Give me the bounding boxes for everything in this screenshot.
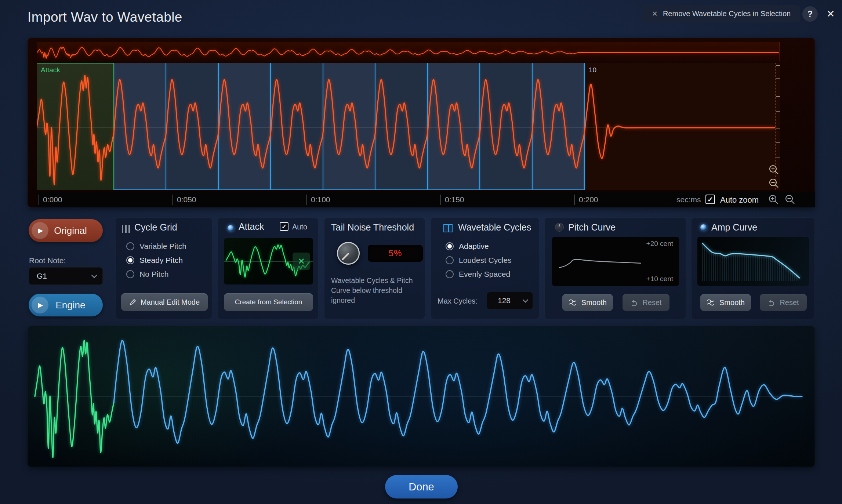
threshold-value-display[interactable]: 5% <box>368 245 423 262</box>
wavetable-preview-panel <box>28 326 815 467</box>
radio-variable-pitch[interactable]: Variable Pitch <box>126 242 186 251</box>
play-icon: ▶ <box>32 222 48 239</box>
attack-panel: Attack ✓ Auto ✕ Create from Selection <box>218 217 319 319</box>
pitch-reset-button[interactable]: Reset <box>623 294 669 311</box>
remove-icon: ✕ <box>652 10 658 18</box>
time-units-label: sec:ms <box>676 195 701 204</box>
cycle-grid-panel: Cycle Grid Variable Pitch Steady Pitch N… <box>116 217 212 319</box>
overview-waveform <box>37 42 780 61</box>
smooth-icon <box>569 298 577 307</box>
radio-steady-pitch[interactable]: Steady Pitch <box>126 256 183 265</box>
time-label: 0:200 <box>579 195 598 204</box>
chevron-down-icon <box>523 297 529 302</box>
pitch-curve-panel: Pitch Curve +20 cent +10 cent Smooth Res… <box>544 217 686 319</box>
horizontal-zoom-out-icon[interactable] <box>784 194 796 206</box>
radio-icon <box>126 242 134 250</box>
wavetable-cycles-icon <box>443 224 453 232</box>
cycle-grid-icon <box>122 225 130 233</box>
time-label: 0:150 <box>445 195 464 204</box>
scale-tick <box>776 111 780 112</box>
attack-title: Attack <box>239 221 264 232</box>
root-note-label: Root Note: <box>29 256 66 265</box>
tail-noise-title: Tail Noise Threshold <box>331 222 414 233</box>
engine-label: Engine <box>48 300 92 311</box>
waveform-overview[interactable] <box>37 42 780 61</box>
max-cycles-select[interactable]: 128 <box>487 292 533 309</box>
original-label: Original <box>48 225 92 236</box>
auto-zoom-checkbox[interactable]: ✓ <box>705 195 715 204</box>
amp-curve-line <box>697 237 809 286</box>
amp-reset-button[interactable]: Reset <box>760 294 807 311</box>
wavetable-cycles-panel: Wavetable Cycles Adaptive Loudest Cycles… <box>431 217 539 319</box>
amp-enable-led[interactable] <box>700 224 707 231</box>
radio-icon <box>446 270 454 278</box>
auto-zoom-label: Auto zoom <box>720 195 759 205</box>
time-label: 0:100 <box>311 195 330 204</box>
time-label: 0:050 <box>177 195 196 204</box>
close-icon[interactable]: ✕ <box>824 8 837 19</box>
scale-tick <box>776 157 780 157</box>
import-wav-dialog: Import Wav to Wavetable ✕ Remove Wavetab… <box>0 0 842 504</box>
waveform-main-view[interactable]: Attack 10 2612∞12 <box>37 63 780 190</box>
remove-attack-icon[interactable]: ✕ <box>293 253 310 270</box>
remove-cycles-button[interactable]: ✕ Remove Wavetable Cycles in Selection <box>642 5 800 22</box>
time-ruler: 0:0000:0500:1000:1500:200 sec:ms ✓ Auto … <box>37 192 815 207</box>
radio-adaptive[interactable]: Adaptive <box>446 242 489 251</box>
scale-tick <box>776 96 780 97</box>
amp-curve-display[interactable] <box>697 237 809 286</box>
chevron-down-icon <box>91 272 97 278</box>
undo-icon <box>630 299 638 306</box>
max-cycles-value: 128 <box>498 296 511 305</box>
main-waveform <box>37 63 780 190</box>
remove-cycles-label: Remove Wavetable Cycles in Selection <box>663 10 791 18</box>
ruler-tick <box>574 195 575 205</box>
pitch-curve-display[interactable]: +20 cent +10 cent <box>552 237 679 286</box>
tail-noise-panel: Tail Noise Threshold 5% Wavetable Cycles… <box>324 217 425 319</box>
amp-curve-panel: Amp Curve Smooth Reset <box>691 217 815 319</box>
smooth-icon <box>707 298 715 307</box>
wavetable-cycles-title: Wavetable Cycles <box>458 222 531 233</box>
pencil-icon <box>129 298 137 306</box>
help-button[interactable]: ? <box>802 6 818 22</box>
ruler-tick <box>39 195 39 205</box>
radio-icon <box>126 270 134 278</box>
attack-auto-checkbox[interactable]: ✓ <box>280 222 288 231</box>
attack-waveform-thumbnail[interactable]: ✕ <box>224 238 313 284</box>
pitch-smooth-button[interactable]: Smooth <box>562 294 613 311</box>
attack-auto-label: Auto <box>292 223 307 231</box>
scale-tick <box>776 128 780 128</box>
play-engine-button[interactable]: ▶ Engine <box>29 294 103 316</box>
play-original-button[interactable]: ▶ Original <box>29 219 103 242</box>
scale-tick <box>776 78 780 79</box>
radio-no-pitch[interactable]: No Pitch <box>126 270 168 279</box>
radio-icon <box>126 256 134 264</box>
scale-tick <box>776 65 780 66</box>
radio-evenly-spaced[interactable]: Evenly Spaced <box>446 270 510 279</box>
undo-icon <box>767 299 776 306</box>
horizontal-zoom-in-icon[interactable] <box>768 194 780 206</box>
page-title: Import Wav to Wavetable <box>28 10 182 25</box>
amp-curve-title: Amp Curve <box>711 222 757 233</box>
pitch-curve-title: Pitch Curve <box>568 222 616 233</box>
cycle-grid-title: Cycle Grid <box>134 222 177 233</box>
radio-icon <box>446 242 454 250</box>
attack-enable-led[interactable] <box>228 225 234 231</box>
done-button[interactable]: Done <box>385 475 458 498</box>
radio-icon <box>446 256 454 264</box>
preview-waveform <box>28 326 815 467</box>
radio-loudest-cycles[interactable]: Loudest Cycles <box>446 256 512 265</box>
threshold-description: Wavetable Cycles & Pitch Curve below thr… <box>331 276 417 305</box>
create-from-selection-button[interactable]: Create from Selection <box>224 293 313 311</box>
root-note-select[interactable]: G1 <box>29 267 103 285</box>
vertical-zoom-out-icon[interactable] <box>768 178 780 189</box>
root-note-value: G1 <box>37 272 47 280</box>
vertical-zoom-in-icon[interactable] <box>768 164 780 176</box>
play-icon: ▶ <box>32 297 48 313</box>
amp-smooth-button[interactable]: Smooth <box>700 294 751 311</box>
ruler-tick <box>173 195 173 205</box>
threshold-knob[interactable] <box>337 242 360 265</box>
pitch-curve-icon <box>555 223 564 232</box>
ruler-tick <box>306 195 307 205</box>
manual-edit-mode-button[interactable]: Manual Edit Mode <box>121 293 208 311</box>
max-cycles-label: Max Cycles: <box>438 297 478 305</box>
